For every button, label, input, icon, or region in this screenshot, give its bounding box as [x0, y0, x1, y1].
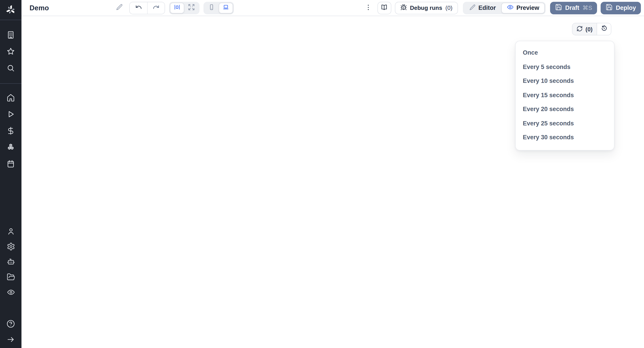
debug-runs-count: (0) — [446, 5, 452, 11]
sidebar-item-home[interactable] — [0, 89, 22, 106]
sidebar-item-users[interactable] — [0, 224, 22, 239]
boxes-icon — [6, 143, 15, 152]
eye-icon — [507, 4, 514, 12]
edit-title-button[interactable] — [116, 4, 123, 12]
save-icon — [555, 4, 562, 12]
save-draft-button[interactable]: Draft ⌘S — [550, 2, 597, 14]
sidebar-item-schedules[interactable] — [0, 155, 22, 172]
sidebar-item-folders[interactable] — [0, 269, 22, 284]
preview-label: Preview — [516, 5, 539, 11]
menu-item-every-10s[interactable]: Every 10 seconds — [516, 74, 614, 88]
kebab-menu-icon — [364, 3, 372, 12]
undo-icon — [135, 4, 142, 12]
centered-layout-toggle[interactable] — [170, 3, 184, 13]
menu-item-every-20s[interactable]: Every 20 seconds — [516, 102, 614, 116]
sidebar-item-settings[interactable] — [0, 239, 22, 254]
calendar-icon — [6, 159, 15, 168]
redo-button[interactable] — [147, 2, 165, 14]
schedule-refresh-button[interactable] — [597, 23, 611, 35]
sidebar-group-admin — [0, 224, 22, 300]
mobile-view-toggle[interactable] — [204, 3, 219, 13]
bug-icon — [400, 4, 407, 12]
deploy-button[interactable]: Deploy — [600, 2, 641, 14]
main-area: Demo — [22, 0, 644, 348]
play-icon — [6, 109, 15, 118]
more-options-button[interactable] — [364, 3, 372, 12]
undo-redo-group — [130, 2, 165, 14]
menu-item-once[interactable]: Once — [516, 46, 614, 60]
eye-icon — [6, 288, 15, 296]
tab-preview[interactable]: Preview — [501, 3, 545, 13]
search-icon — [6, 63, 15, 72]
home-icon — [6, 93, 15, 102]
windmill-logo[interactable] — [0, 0, 22, 20]
help-circle-icon — [6, 319, 15, 328]
expand-icon — [188, 4, 195, 12]
sidebar-item-variables[interactable] — [0, 122, 22, 139]
pencil-icon — [469, 4, 476, 12]
layout-mode-toggle — [169, 2, 200, 14]
app-editor: Demo — [0, 0, 644, 348]
dollar-sign-icon — [6, 126, 15, 135]
debug-runs-label: Debug runs — [410, 5, 442, 11]
user-icon — [6, 227, 15, 235]
bot-icon — [6, 257, 15, 266]
menu-item-every-30s[interactable]: Every 30 seconds — [516, 130, 614, 145]
sidebar-item-resources[interactable] — [0, 139, 22, 155]
laptop-icon — [222, 4, 230, 12]
mobile-icon — [208, 4, 215, 12]
sidebar-item-search[interactable] — [0, 60, 22, 76]
sidebar-group-footer — [0, 316, 22, 348]
undo-button[interactable] — [130, 2, 147, 14]
fullscreen-layout-toggle[interactable] — [184, 3, 199, 13]
menu-item-every-5s[interactable]: Every 5 seconds — [516, 60, 614, 74]
draft-shortcut: ⌘S — [582, 5, 592, 11]
app-canvas: (0) Once Every 5 seconds E — [22, 16, 644, 348]
draft-label: Draft — [565, 5, 580, 11]
refresh-interval-menu: Once Every 5 seconds Every 10 seconds Ev… — [515, 41, 614, 150]
app-title: Demo — [30, 4, 49, 12]
book-open-icon — [380, 4, 388, 12]
star-icon — [6, 47, 15, 56]
menu-item-every-15s[interactable]: Every 15 seconds — [516, 88, 614, 102]
docs-button[interactable] — [377, 2, 391, 14]
sidebar — [0, 0, 22, 348]
desktop-view-toggle[interactable] — [219, 3, 233, 13]
refresh-button[interactable]: (0) — [572, 23, 597, 35]
save-icon — [606, 4, 613, 12]
sidebar-item-help[interactable] — [0, 316, 22, 331]
sidebar-item-runs[interactable] — [0, 106, 22, 122]
building-icon — [6, 30, 15, 39]
redo-icon — [153, 4, 160, 12]
sidebar-item-audit-logs[interactable] — [0, 284, 22, 300]
debug-runs-button[interactable]: Debug runs (0) — [395, 2, 458, 14]
menu-item-every-25s[interactable]: Every 25 seconds — [516, 116, 614, 130]
history-icon — [600, 25, 608, 33]
sidebar-item-workspace[interactable] — [0, 27, 22, 43]
editor-preview-toggle: Editor Preview — [463, 2, 546, 14]
editor-label: Editor — [478, 5, 496, 11]
sidebar-group-main — [0, 84, 22, 172]
topbar: Demo — [22, 0, 644, 16]
refresh-controls: (0) — [572, 23, 611, 35]
refresh-icon — [576, 25, 583, 33]
tab-editor[interactable]: Editor — [464, 3, 501, 13]
gear-icon — [6, 242, 15, 251]
sidebar-expand-button[interactable] — [0, 331, 22, 347]
sidebar-item-favorites[interactable] — [0, 43, 22, 60]
justify-spacing-icon — [174, 4, 181, 12]
pencil-icon — [116, 4, 123, 12]
refresh-count: (0) — [586, 26, 592, 33]
arrow-right-icon — [6, 335, 15, 344]
sidebar-item-workers[interactable] — [0, 254, 22, 269]
sidebar-group-top — [0, 20, 22, 83]
device-preview-toggle — [204, 2, 234, 14]
deploy-label: Deploy — [616, 5, 636, 11]
folder-open-icon — [6, 273, 15, 281]
